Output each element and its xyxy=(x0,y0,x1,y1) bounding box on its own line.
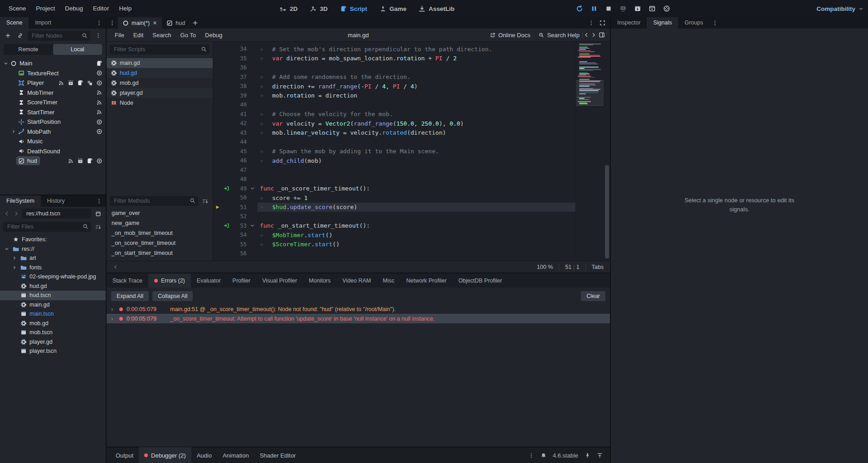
zoom-level[interactable]: 100 % xyxy=(537,264,553,270)
script-item-mob-gd[interactable]: mob.gd xyxy=(107,78,213,88)
local-toggle[interactable]: Local xyxy=(53,44,102,55)
minimap[interactable] xyxy=(575,42,604,261)
scrollbar[interactable] xyxy=(605,42,609,261)
file-row-mob-gd[interactable]: mob.gd xyxy=(0,319,106,328)
tab-list-dots-icon[interactable] xyxy=(107,17,118,29)
script-tab-main[interactable]: main(*) xyxy=(118,17,162,29)
expand-panel-icon[interactable] xyxy=(597,453,603,458)
scene-tree-row-main[interactable]: Main xyxy=(0,58,106,68)
bottom-tab-shader-editor[interactable]: Shader Editor xyxy=(254,447,302,463)
fs-menu-dots-icon[interactable] xyxy=(96,198,102,204)
script-badge-icon[interactable] xyxy=(77,80,83,86)
history-forward-button[interactable] xyxy=(590,32,597,38)
minimap-viewport[interactable] xyxy=(576,80,604,106)
play-custom-button[interactable] xyxy=(649,5,656,12)
bottom-tab-debugger-2[interactable]: Debugger (2) xyxy=(139,447,191,463)
bottom-options-dots-icon[interactable] xyxy=(528,453,534,458)
fold-caret-icon[interactable] xyxy=(247,184,258,194)
code-line-56[interactable]: 56 xyxy=(213,249,575,258)
filter-methods-input[interactable] xyxy=(110,196,198,206)
movie-mask-button[interactable] xyxy=(663,5,670,12)
visibility-toggle[interactable] xyxy=(96,128,102,135)
group-badge-icon[interactable] xyxy=(77,158,83,164)
debugger-tab-monitors[interactable]: Monitors xyxy=(303,273,336,288)
remote-play-button[interactable] xyxy=(619,5,627,12)
debugger-tab-errors-2[interactable]: Errors (2) xyxy=(148,273,191,288)
expand-error-icon[interactable]: › xyxy=(111,306,116,312)
tab-scene[interactable]: Scene xyxy=(0,17,29,29)
script-item-hud-gd[interactable]: hud.gd xyxy=(107,68,213,78)
debugger-tab-network-profiler[interactable]: Network Profiler xyxy=(400,273,453,288)
editor-menu-search[interactable]: Search xyxy=(148,32,176,39)
bottom-tab-output[interactable]: Output xyxy=(110,447,139,463)
workspace-game[interactable]: Game xyxy=(380,5,407,12)
visibility-toggle[interactable] xyxy=(96,158,102,164)
scene-tree-row-hud[interactable]: hud xyxy=(0,156,106,166)
code-line-37[interactable]: 37»# Add some randomness to the directio… xyxy=(213,73,575,82)
instance-scene-button[interactable] xyxy=(15,31,24,40)
scene-tree-row-startposition[interactable]: StartPosition xyxy=(0,117,106,127)
code-line-52[interactable]: 52 xyxy=(213,212,575,221)
menu-scene[interactable]: Scene xyxy=(4,0,31,17)
menu-editor[interactable]: Editor xyxy=(88,0,114,17)
code-line-39[interactable]: 39»mob.rotation = direction xyxy=(213,91,575,101)
file-row-fonts[interactable]: fonts xyxy=(0,263,106,273)
pause-button[interactable] xyxy=(590,5,598,12)
method-item-new-game[interactable]: new_game xyxy=(107,218,213,228)
code-line-50[interactable]: 50»score += 1 xyxy=(213,193,575,203)
filter-nodes-input[interactable] xyxy=(28,31,90,41)
error-row-1[interactable]: ›0:00:05:079main.gd:51 @ _on_score_timer… xyxy=(107,304,610,314)
scene-tree-row-music[interactable]: Music xyxy=(0,136,106,146)
editor-menu-go-to[interactable]: Go To xyxy=(176,32,200,39)
editor-menu-file[interactable]: File xyxy=(110,32,129,39)
code-line-42[interactable]: 42»var velocity = Vector2(randf_range(15… xyxy=(213,119,575,128)
code-line-44[interactable]: 44 xyxy=(213,137,575,147)
file-row-hud-gd[interactable]: hud.gd xyxy=(0,282,106,291)
scene-tree-options-icon[interactable] xyxy=(93,31,102,40)
workspace-2d[interactable]: 2D xyxy=(280,5,297,12)
debugger-tab-profiler[interactable]: Profiler xyxy=(227,273,257,288)
code-line-47[interactable]: 47 xyxy=(213,166,575,175)
fs-split-mode-icon[interactable] xyxy=(93,209,102,218)
group-badge-icon[interactable] xyxy=(68,80,74,86)
file-row-favorites[interactable]: Favorites: xyxy=(0,235,106,244)
method-item-game-over[interactable]: game_over xyxy=(107,208,213,218)
scene-tree-row-mobpath[interactable]: MobPath xyxy=(0,127,106,137)
scene-tree-row-texturerect[interactable]: TextureRect xyxy=(0,68,106,78)
code-line-38[interactable]: 38»direction += randf_range(-PI / 4, PI … xyxy=(213,82,575,91)
scene-menu-dots-icon[interactable] xyxy=(96,20,102,26)
expand-all-button[interactable]: Expand All xyxy=(111,291,149,301)
file-row-mob-tscn[interactable]: mob.tscn xyxy=(0,328,106,337)
code-line-46[interactable]: 46»add_child(mob) xyxy=(213,156,575,166)
file-row-hud-tscn[interactable]: hud.tscn xyxy=(0,291,106,300)
file-row-art[interactable]: art xyxy=(0,253,106,263)
visibility-toggle[interactable] xyxy=(96,119,102,125)
play-scene-button[interactable] xyxy=(634,5,641,12)
code-line-43[interactable]: 43»mob.linear_velocity = velocity.rotate… xyxy=(213,128,575,138)
scene-tree-row-starttimer[interactable]: StartTimer xyxy=(0,107,106,117)
pin-panel-icon[interactable] xyxy=(585,453,590,458)
visibility-toggle[interactable] xyxy=(96,80,102,86)
distraction-free-icon[interactable] xyxy=(600,20,605,26)
scroll-left-icon[interactable] xyxy=(113,264,118,270)
file-row-player-tscn[interactable]: player.tscn xyxy=(0,346,106,356)
tree-right-icon[interactable] xyxy=(11,256,18,260)
method-item-on-score-timer-timeout[interactable]: _on_score_timer_timeout xyxy=(107,238,213,248)
signal-badge-icon[interactable] xyxy=(96,99,102,106)
tab-import[interactable]: Import xyxy=(29,17,57,29)
signal-badge-icon[interactable] xyxy=(96,109,102,115)
code-line-41[interactable]: 41»# Choose the velocity for the mob. xyxy=(213,110,575,119)
file-row-main-gd[interactable]: main.gd xyxy=(0,300,106,310)
script-item-player-gd[interactable]: player.gd xyxy=(107,88,213,98)
bottom-tab-animation[interactable]: Animation xyxy=(217,447,254,463)
file-row-02-sleeping-whale-pod-jpg[interactable]: 02-sleeping-whale-pod.jpg xyxy=(0,272,106,282)
debugger-tab-video-ram[interactable]: Video RAM xyxy=(336,273,377,288)
menu-debug[interactable]: Debug xyxy=(60,0,88,17)
menu-help[interactable]: Help xyxy=(114,0,137,17)
visibility-toggle[interactable] xyxy=(96,70,102,76)
script-item-node[interactable]: Node xyxy=(107,98,213,108)
debugger-tab-evaluator[interactable]: Evaluator xyxy=(191,273,227,288)
editor-menu-edit[interactable]: Edit xyxy=(129,32,148,39)
editor-menu-debug[interactable]: Debug xyxy=(200,32,227,39)
signal-badge-icon[interactable] xyxy=(68,158,74,164)
